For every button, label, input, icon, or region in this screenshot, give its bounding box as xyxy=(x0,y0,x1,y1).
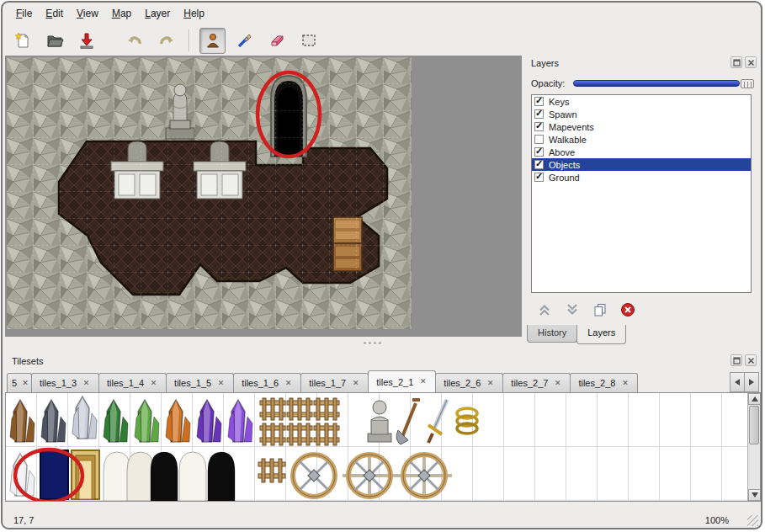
check-icon: ✓ xyxy=(535,159,543,168)
dark-arch-door-sprite[interactable] xyxy=(151,452,178,501)
tab-close-icon[interactable]: ✕ xyxy=(149,379,158,388)
tileset-tab[interactable]: tiles_1_4 ✕ xyxy=(98,373,167,392)
tileset-content[interactable] xyxy=(5,392,761,502)
layer-visibility-checkbox[interactable]: ✓ xyxy=(534,147,544,157)
tileset-tab[interactable]: tiles_1_7 ✕ xyxy=(300,373,369,392)
resize-grip[interactable] xyxy=(747,515,758,526)
tab-close-icon[interactable]: ✕ xyxy=(351,379,360,388)
menu-item[interactable]: Edit xyxy=(39,5,70,22)
close-panel-button[interactable] xyxy=(745,354,757,366)
menu-item[interactable]: View xyxy=(70,5,105,22)
save-map-button[interactable] xyxy=(73,28,99,54)
splitter-handle[interactable] xyxy=(5,338,522,348)
tilesets-panel-titlebar: Tilesets xyxy=(5,354,761,369)
layer-row[interactable]: ✓ Mapevents xyxy=(532,120,751,133)
tab-close-icon[interactable]: ✕ xyxy=(553,379,562,388)
selection-tool-button[interactable] xyxy=(295,28,321,54)
layer-name: Above xyxy=(549,147,575,157)
layer-name: Keys xyxy=(549,97,569,107)
scroll-tabs-right-button[interactable] xyxy=(744,372,759,392)
close-panel-icon xyxy=(747,59,755,66)
tab-close-icon[interactable]: ✕ xyxy=(22,379,29,388)
tileset-tab[interactable]: tiles_2_8 ✕ xyxy=(570,373,638,392)
brush-icon xyxy=(236,31,254,50)
float-panel-button[interactable] xyxy=(730,56,742,68)
arrow-up-icon xyxy=(752,396,758,402)
opacity-slider-track[interactable] xyxy=(573,80,740,87)
selected-dark-tile[interactable] xyxy=(40,450,68,499)
stamp-tool-button[interactable] xyxy=(199,28,226,54)
arrow-left-icon xyxy=(734,378,741,386)
tileset-tab-label: tiles_1_4 xyxy=(107,378,144,388)
tab-close-icon[interactable]: ✕ xyxy=(418,377,428,386)
layer-row[interactable]: ✓ Keys xyxy=(532,95,751,108)
tab-close-icon[interactable]: ✕ xyxy=(486,379,495,388)
opacity-row: Opacity: xyxy=(524,77,761,89)
tab-close-icon[interactable]: ✕ xyxy=(284,379,293,388)
scrollbar-thumb[interactable] xyxy=(749,406,759,444)
straight-track-sprite[interactable] xyxy=(258,459,285,482)
layer-name: Objects xyxy=(549,160,580,170)
layer-name: Walkable xyxy=(549,135,587,145)
tileset-tab[interactable]: 5 ✕ xyxy=(7,373,32,392)
tileset-tab[interactable]: tiles_1_3 ✕ xyxy=(31,373,99,392)
tilesets-panel: Tilesets 5 ✕ xyxy=(5,354,761,515)
opacity-slider-handle[interactable] xyxy=(741,79,754,88)
layer-visibility-checkbox[interactable]: ✓ xyxy=(534,109,544,119)
menu-item[interactable]: Layer xyxy=(138,5,177,22)
brush-tool-button[interactable] xyxy=(231,28,258,54)
tab-close-icon[interactable]: ✕ xyxy=(216,379,226,388)
menu-item[interactable]: File xyxy=(9,5,39,22)
layer-row[interactable]: ✓ Objects xyxy=(532,158,751,171)
close-panel-button[interactable] xyxy=(745,56,757,68)
tileset-tab[interactable]: tiles_1_5 ✕ xyxy=(166,373,234,392)
map-canvas-area[interactable] xyxy=(5,56,522,337)
move-layer-down-button[interactable] xyxy=(562,300,582,320)
pale-arch-door-sprite[interactable] xyxy=(104,452,130,501)
pale-arch-door-sprite[interactable] xyxy=(127,452,154,501)
layer-row[interactable]: ✓ Walkable xyxy=(532,133,751,146)
delete-layer-button[interactable] xyxy=(618,300,638,320)
layer-visibility-checkbox[interactable]: ✓ xyxy=(534,122,544,131)
tileset-tab-label: tiles_2_6 xyxy=(444,378,481,388)
menu-item[interactable]: Help xyxy=(177,5,211,22)
layer-row[interactable]: ✓ Above xyxy=(532,146,751,158)
tileset-tab[interactable]: tiles_1_6 ✕ xyxy=(233,373,301,392)
layer-visibility-checkbox[interactable]: ✓ xyxy=(534,160,544,169)
tab-close-icon[interactable]: ✕ xyxy=(82,379,91,388)
menu-item[interactable]: Map xyxy=(105,5,138,22)
opacity-slider[interactable] xyxy=(573,79,754,88)
layer-visibility-checkbox[interactable]: ✓ xyxy=(534,135,544,144)
open-folder-icon xyxy=(45,31,64,50)
pale-arch-door-sprite[interactable] xyxy=(179,452,206,501)
new-map-button[interactable] xyxy=(9,28,35,54)
open-map-button[interactable] xyxy=(41,28,67,54)
undo-button[interactable] xyxy=(121,28,147,54)
tileset-tab[interactable]: tiles_2_7 ✕ xyxy=(502,373,571,392)
zoom-level: 100% xyxy=(705,515,729,525)
tileset-tab[interactable]: tiles_2_6 ✕ xyxy=(435,373,503,392)
redo-button[interactable] xyxy=(153,28,179,54)
scroll-down-button[interactable] xyxy=(748,489,761,501)
map-canvas[interactable] xyxy=(7,57,412,329)
layer-row[interactable]: ✓ Ground xyxy=(532,171,751,184)
layer-row[interactable]: ✓ Spawn xyxy=(532,108,751,120)
tab-close-icon[interactable]: ✕ xyxy=(620,379,630,388)
float-panel-button[interactable] xyxy=(730,354,742,366)
duplicate-layer-button[interactable] xyxy=(590,300,610,320)
eraser-tool-button[interactable] xyxy=(263,28,290,54)
panel-tab[interactable]: History xyxy=(527,325,577,343)
layers-panel-titlebar: Layers xyxy=(524,56,761,71)
layer-name: Ground xyxy=(549,173,580,183)
tab-scroll-buttons xyxy=(730,372,759,392)
scroll-tabs-left-button[interactable] xyxy=(730,372,745,392)
tileset-vertical-scrollbar[interactable] xyxy=(747,393,760,501)
tileset-art[interactable] xyxy=(6,393,749,501)
tileset-tab[interactable]: tiles_2_1 ✕ xyxy=(368,370,436,392)
move-layer-up-button[interactable] xyxy=(534,300,555,320)
layer-visibility-checkbox[interactable]: ✓ xyxy=(534,97,544,106)
layer-visibility-checkbox[interactable]: ✓ xyxy=(534,173,544,182)
scroll-up-button[interactable] xyxy=(748,393,761,405)
panel-tab[interactable]: Layers xyxy=(576,325,626,344)
dark-arch-door-sprite[interactable] xyxy=(208,452,235,501)
